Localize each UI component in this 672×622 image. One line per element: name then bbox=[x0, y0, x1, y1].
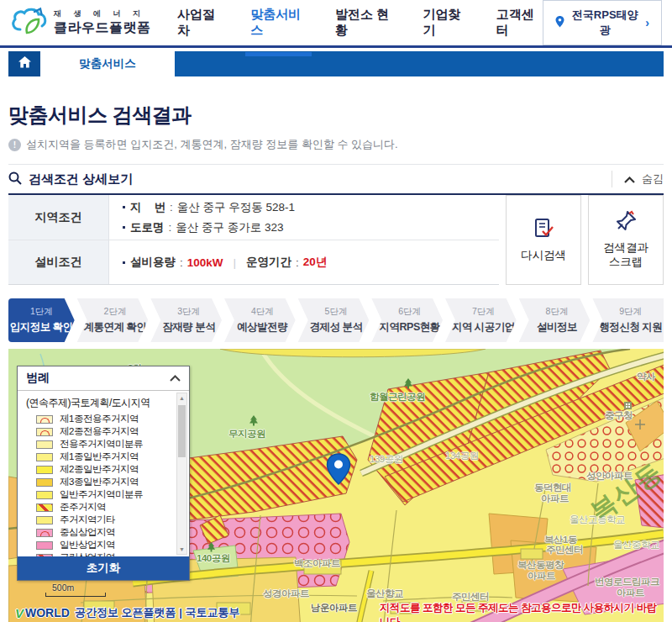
scrap-label: 검색결과 스크랩 bbox=[603, 241, 648, 270]
step-number: 7단계 bbox=[472, 306, 495, 318]
legend-item-label: 제1종일반주거지역 bbox=[60, 451, 139, 463]
national-rps-button[interactable]: 전국RPS태양광 › bbox=[543, 0, 662, 45]
jibun-value: 울산 중구 우정동 528-1 bbox=[177, 200, 295, 215]
research-button[interactable]: 다시검색 bbox=[506, 195, 581, 285]
colon: : bbox=[180, 256, 183, 269]
brand-logo[interactable]: 재 생 에 너 지 클라우드플랫폼 bbox=[10, 7, 169, 39]
legend-swatch bbox=[36, 529, 53, 537]
step-8-equipment-info[interactable]: 8단계 설비정보 bbox=[519, 298, 591, 342]
map-pin-icon bbox=[555, 16, 564, 30]
legend-item[interactable]: 제2종전용주거지역 bbox=[26, 425, 174, 438]
step-label: 행정신청 지원 bbox=[599, 320, 662, 335]
legend-swatch bbox=[36, 453, 53, 461]
step-1-site-info[interactable]: 1단계 입지정보 확인 bbox=[8, 298, 75, 342]
map-label: 134공원 bbox=[445, 450, 479, 462]
vworld-logo-text: WORLD bbox=[25, 606, 70, 619]
legend-item-label: 전용주거지역미분류 bbox=[60, 438, 143, 451]
legend-item-label: 일반상업지역 bbox=[60, 539, 115, 551]
map-label: 아파트 bbox=[541, 493, 569, 505]
map-label: 울산향교 bbox=[366, 588, 403, 600]
legend-item[interactable]: 제1종전용주거지역 bbox=[26, 413, 174, 425]
legend-item-label: 일반주거지역미분류 bbox=[60, 488, 143, 501]
step-navigation: 1단계 입지정보 확인 2단계 계통연계 확인 3단계 잠재량 분석 4단계 예… bbox=[8, 298, 664, 342]
table-row-facility: 설비조건 설비용량 : 100kW | 운영기간 : 20년 bbox=[8, 240, 499, 284]
legend-item[interactable]: 근린상업지역 bbox=[26, 551, 174, 556]
scale-label: 500m bbox=[52, 582, 106, 593]
legend-item[interactable]: 주거지역기타 bbox=[26, 514, 174, 526]
legend-item[interactable]: 전용주거지역미분류 bbox=[26, 438, 174, 451]
legend-group-title: (연속주제)국토계획/도시지역 bbox=[26, 396, 174, 410]
page-notice: ! 설치지역을 등록하면 입지조건, 계통연계, 잠재량 정보를 확인할 수 있… bbox=[8, 137, 664, 152]
location-pin-icon bbox=[326, 453, 351, 488]
scroll-down-icon[interactable]: ▼ bbox=[177, 546, 186, 552]
facility-line: 설비용량 : 100kW | 운영기간 : 20년 bbox=[123, 255, 499, 270]
step-number: 6단계 bbox=[398, 306, 421, 318]
scrap-button[interactable]: 검색결과 스크랩 bbox=[588, 195, 664, 285]
step-2-grid-connection[interactable]: 2단계 계통연계 확인 bbox=[77, 298, 149, 342]
step-number: 9단계 bbox=[619, 306, 642, 318]
step-label: 경제성 분석 bbox=[310, 320, 363, 335]
step-label: 지역 시공기업 bbox=[452, 320, 515, 335]
step-number: 4단계 bbox=[251, 306, 274, 318]
legend-item[interactable]: 일반상업지역 bbox=[26, 539, 174, 551]
legend-item[interactable]: 일반주거지역미분류 bbox=[26, 488, 174, 501]
legend-scrollbar[interactable]: ▲ ▼ bbox=[176, 393, 187, 555]
nav-plant-status[interactable]: 발전소 현황 bbox=[333, 0, 396, 54]
nav-customer-center[interactable]: 고객센터 bbox=[495, 0, 543, 54]
breadcrumb-tab[interactable]: 맞춤서비스 bbox=[40, 51, 175, 76]
map-label: 함월근린공원 bbox=[370, 391, 425, 403]
hide-toggle[interactable]: 숨김 bbox=[612, 171, 664, 187]
period-value: 20년 bbox=[303, 255, 328, 270]
scroll-up-icon[interactable]: ▲ bbox=[177, 395, 186, 401]
push-pin-icon bbox=[615, 210, 637, 235]
page-notice-text: 설치지역을 등록하면 입지조건, 계통연계, 잠재량 정보를 확인할 수 있습니… bbox=[26, 137, 398, 152]
step-3-potential[interactable]: 3단계 잠재량 분석 bbox=[150, 298, 222, 342]
legend-item-label: 주거지역기타 bbox=[60, 514, 115, 526]
legend-item[interactable]: 제3종일반주거지역 bbox=[26, 476, 174, 488]
hide-label: 숨김 bbox=[642, 171, 664, 187]
road-value: 울산 중구 종가로 323 bbox=[176, 220, 283, 235]
document-check-icon bbox=[533, 218, 554, 242]
legend-item-label: 제1종전용주거지역 bbox=[60, 413, 139, 425]
step-5-economics[interactable]: 5단계 경제성 분석 bbox=[298, 298, 370, 342]
legend-item[interactable]: 제1종일반주거지역 bbox=[26, 451, 174, 463]
legend-item[interactable]: 준주거지역 bbox=[26, 501, 174, 514]
legend-title: 범례 bbox=[26, 371, 50, 386]
step-4-expected-generation[interactable]: 4단계 예상발전량 bbox=[224, 298, 296, 342]
nav-find-company[interactable]: 기업찾기 bbox=[421, 0, 469, 54]
step-number: 5단계 bbox=[325, 306, 348, 318]
zoning-map[interactable]: 2차 함월근린공원 무지공원 약사 중구청 139공원 134공원 성안아파트 … bbox=[8, 349, 664, 622]
step-label: 예상발전량 bbox=[237, 320, 287, 335]
chevron-right-icon: › bbox=[645, 16, 649, 29]
legend-item-label: 제2종일반주거지역 bbox=[60, 463, 139, 476]
step-7-local-builders[interactable]: 7단계 지역 시공기업 bbox=[445, 298, 517, 342]
map-label: 주민센터 bbox=[546, 544, 583, 556]
legend-item[interactable]: 중심상업지역 bbox=[26, 526, 174, 539]
legend-item-label: 제3종일반주거지역 bbox=[60, 476, 139, 488]
attribution-text: 공간정보 오픈플랫폼 | 국토교통부 bbox=[75, 605, 239, 620]
nav-custom-service[interactable]: 맞춤서비스 bbox=[249, 0, 308, 54]
step-9-admin-support[interactable]: 9단계 행정신청 지원 bbox=[592, 298, 664, 342]
step-6-rps-status[interactable]: 6단계 지역RPS현황 bbox=[371, 298, 443, 342]
chevron-up-icon bbox=[624, 171, 635, 187]
scrollbar-thumb[interactable] bbox=[178, 405, 186, 457]
page-title: 맞춤서비스 검색결과 bbox=[8, 102, 664, 129]
legend-reset-button[interactable]: 초기화 bbox=[18, 556, 189, 580]
legend-panel: 범례 (연속주제)국토계획/도시지역 제1종전용주거지역 제2종전용주거지역 전… bbox=[17, 366, 190, 581]
capacity-value: 100kW bbox=[187, 256, 223, 269]
legend-swatch bbox=[36, 491, 53, 499]
national-rps-label: 전국RPS태양광 bbox=[570, 8, 639, 38]
bullet-icon bbox=[123, 261, 125, 264]
vworld-logo: V bbox=[15, 606, 24, 620]
step-number: 2단계 bbox=[104, 306, 127, 318]
step-number: 8단계 bbox=[546, 306, 569, 318]
legend-header: 범례 bbox=[18, 366, 189, 391]
nav-business-process[interactable]: 사업절차 bbox=[176, 0, 223, 54]
legend-collapse-button[interactable] bbox=[170, 375, 181, 382]
legend-item[interactable]: 제2종일반주거지역 bbox=[26, 463, 174, 476]
home-button[interactable] bbox=[8, 51, 40, 76]
step-number: 1단계 bbox=[30, 306, 53, 318]
step-number: 3단계 bbox=[177, 306, 200, 318]
breadcrumb-bar: 맞춤서비스 bbox=[8, 51, 664, 76]
step-label: 지역RPS현황 bbox=[380, 320, 440, 335]
